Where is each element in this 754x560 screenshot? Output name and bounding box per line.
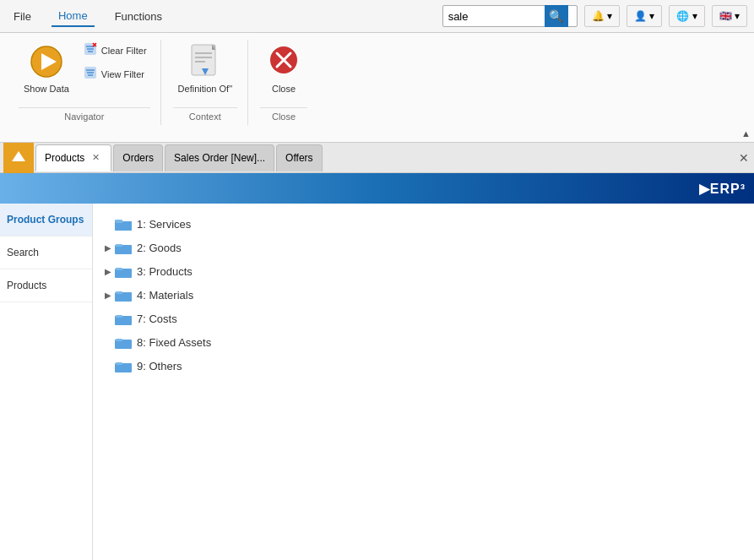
search-box: 🔍 [442, 5, 578, 27]
context-group-label: Context [173, 107, 237, 125]
folder-icon-3 [115, 264, 132, 278]
tab-offers[interactable]: Offers [276, 144, 322, 171]
tree-item-8[interactable]: 8: Fixed Assets [93, 330, 754, 354]
show-data-icon [28, 43, 65, 80]
svg-rect-36 [116, 339, 122, 341]
sidebar-item-products[interactable]: Products [0, 269, 92, 302]
search-input[interactable] [443, 8, 545, 24]
menu-bar-right: 🔍 🔔 ▾ 👤 ▾ 🌐 ▾ 🇬🇧 ▾ [442, 5, 747, 27]
folder-icon-7 [115, 312, 132, 325]
tree-item-1[interactable]: 1: Services [93, 212, 754, 236]
menu-file[interactable]: File [7, 7, 38, 26]
definition-icon [187, 43, 224, 80]
ribbon-content: Show Data [0, 33, 754, 125]
flag-button[interactable]: 🇬🇧 ▾ [712, 5, 747, 27]
tab-orders-label: Orders [122, 152, 154, 164]
tree-toggle-3[interactable]: ▶ [101, 264, 115, 278]
tab-bar: Products ✕ Orders Sales Order [New]... O… [0, 143, 754, 173]
clear-filter-icon [83, 41, 98, 60]
svg-rect-34 [116, 315, 122, 318]
svg-rect-28 [116, 244, 122, 247]
main-content: Product Groups Search Products 1: Servic… [0, 204, 754, 560]
tree-item-3-label: 3: Products [137, 265, 193, 278]
tab-home-icon[interactable] [3, 143, 34, 173]
tab-sales-order[interactable]: Sales Order [New]... [165, 144, 274, 171]
tab-sales-order-label: Sales Order [New]... [174, 152, 265, 164]
menu-functions[interactable]: Functions [108, 7, 169, 26]
navigator-buttons: Show Data [19, 40, 150, 104]
tree-toggle-2[interactable]: ▶ [101, 241, 115, 254]
tree-item-4[interactable]: ▶ 4: Materials [93, 283, 754, 307]
tab-orders[interactable]: Orders [113, 144, 163, 171]
clear-filter-button[interactable]: Clear Filter [79, 40, 150, 62]
ribbon-group-context: Definition Of" Context [163, 40, 248, 125]
tree-item-1-label: 1: Services [137, 218, 191, 231]
view-filter-icon [83, 65, 98, 84]
sidebar-item-search[interactable]: Search [0, 237, 92, 269]
definition-label: Definition Of" [178, 84, 232, 94]
context-buttons: Definition Of" [173, 40, 237, 104]
svg-marker-22 [12, 151, 25, 161]
svg-rect-32 [116, 291, 122, 294]
folder-icon-9 [115, 359, 132, 372]
tree-item-2-label: 2: Goods [137, 242, 182, 254]
close-buttons: Close [260, 40, 307, 104]
menu-bar: File Home Functions 🔍 🔔 ▾ 👤 ▾ 🌐 ▾ 🇬🇧 ▾ [0, 0, 754, 33]
folder-icon-8 [115, 335, 132, 349]
clear-filter-label: Clear Filter [101, 46, 147, 56]
definition-button[interactable]: Definition Of" [173, 40, 237, 97]
ribbon-group-navigator: Show Data [8, 40, 161, 125]
folder-icon-2 [115, 241, 132, 254]
close-icon [265, 43, 302, 80]
close-group-label: Close [260, 107, 307, 125]
svg-rect-26 [116, 220, 122, 223]
sidebar: Product Groups Search Products [0, 204, 93, 560]
show-data-button[interactable]: Show Data [19, 40, 74, 97]
search-button[interactable]: 🔍 [545, 5, 568, 27]
view-filter-label: View Filter [101, 69, 144, 79]
globe-button[interactable]: 🌐 ▾ [669, 5, 704, 27]
tree-toggle-4[interactable]: ▶ [101, 288, 115, 302]
folder-icon-4 [115, 288, 132, 302]
menu-home[interactable]: Home [52, 6, 95, 27]
nav-stacked: Clear Filter View Filter [79, 40, 150, 85]
banner-logo: ▶ERP³ [699, 181, 746, 197]
tab-products-label: Products [45, 152, 84, 164]
svg-rect-30 [116, 268, 122, 270]
tree-item-9[interactable]: 9: Others [93, 354, 754, 378]
tree-item-3[interactable]: ▶ 3: Products [93, 259, 754, 283]
user-button[interactable]: 👤 ▾ [627, 5, 662, 27]
bell-button[interactable]: 🔔 ▾ [584, 5, 620, 27]
tab-products[interactable]: Products ✕ [35, 144, 111, 171]
svg-rect-38 [116, 362, 122, 365]
ribbon-collapse-button[interactable]: ▲ [741, 128, 751, 139]
ribbon-group-close: Close Close [250, 40, 317, 125]
tree-item-4-label: 4: Materials [137, 289, 193, 302]
view-filter-button[interactable]: View Filter [79, 63, 150, 85]
tree-item-8-label: 8: Fixed Assets [137, 336, 211, 349]
show-data-label: Show Data [24, 84, 69, 94]
tree-item-7[interactable]: 7: Costs [93, 307, 754, 330]
tree-item-2[interactable]: ▶ 2: Goods [93, 236, 754, 259]
folder-icon-1 [115, 217, 132, 231]
navigator-group-label: Navigator [19, 107, 150, 125]
tab-bar-close[interactable]: ✕ [739, 151, 754, 165]
ribbon-footer: ▲ [0, 125, 754, 142]
close-label: Close [272, 84, 296, 94]
tab-offers-label: Offers [285, 152, 312, 164]
sidebar-item-product-groups[interactable]: Product Groups [0, 204, 92, 237]
banner: ▶ERP³ [0, 173, 754, 204]
tab-products-close[interactable]: ✕ [90, 151, 102, 164]
tree-item-7-label: 7: Costs [137, 313, 177, 325]
tree-area: 1: Services ▶ 2: Goods ▶ 3: Products [93, 204, 754, 560]
ribbon: Show Data [0, 33, 754, 143]
close-button[interactable]: Close [260, 40, 307, 97]
tree-item-9-label: 9: Others [137, 360, 182, 372]
